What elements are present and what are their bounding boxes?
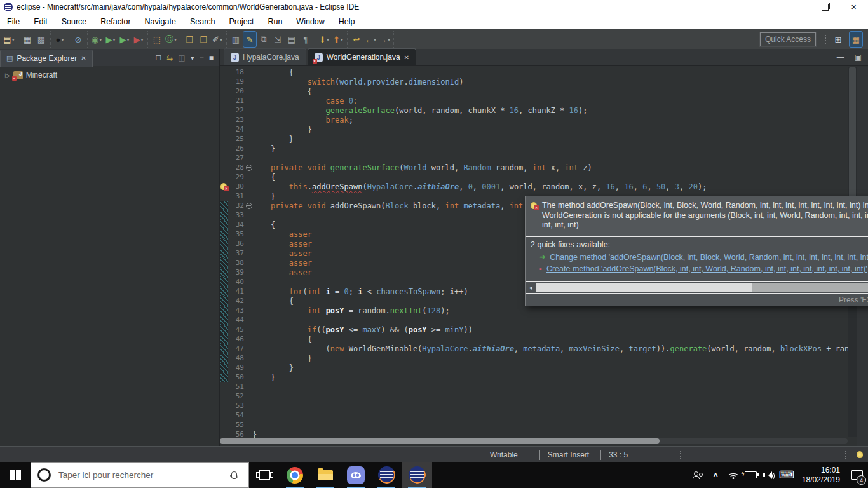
code-line[interactable]: 22 generateSurface(world, random, chunkX… (220, 105, 848, 115)
code-line[interactable]: 47 (new WorldGenMinable(HypalaCore.aithi… (220, 344, 848, 353)
save-button[interactable]: ▦ (21, 32, 34, 47)
dropdown-arrow-icon[interactable]: ▾ (174, 37, 177, 43)
next-annotation-button[interactable]: ⬇▾ (318, 32, 330, 47)
menu-help[interactable]: Help (332, 17, 362, 26)
code-line[interactable]: 25 } (220, 134, 848, 144)
collapse-icon[interactable] (246, 203, 252, 209)
code-line[interactable]: 44 (220, 315, 848, 325)
error-annotation[interactable] (220, 182, 228, 191)
code-line[interactable]: 24 } (220, 125, 848, 134)
previous-annotation-button[interactable]: ⬆▾ (332, 32, 344, 47)
code-line[interactable]: 50 } (220, 372, 848, 382)
forward-button[interactable]: →▾ (378, 32, 391, 47)
link-with-editor-button[interactable]: ⇆ (166, 53, 173, 62)
code-line[interactable]: 27 (220, 153, 848, 163)
close-icon[interactable]: ✕ (81, 55, 86, 62)
maximize-editor-button[interactable]: ▣ (855, 53, 862, 62)
last-edit-location-button[interactable]: ↩ (350, 32, 363, 47)
maximize-view-button[interactable]: ■ (209, 53, 214, 62)
code-line[interactable]: 21 case 0: (220, 96, 848, 105)
wifi-icon[interactable] (724, 462, 742, 488)
code-line[interactable]: 29 { (220, 172, 848, 182)
notification-bulb-icon[interactable] (857, 451, 863, 458)
dropdown-arrow-icon[interactable]: ▾ (388, 37, 390, 43)
tree-item-minecraft[interactable]: ▷Minecraft (0, 69, 57, 81)
code-line[interactable]: 20 { (220, 86, 848, 96)
restore-button[interactable] (811, 0, 839, 14)
code-line[interactable]: 53 (220, 401, 848, 410)
discord-icon[interactable] (341, 462, 371, 488)
dropdown-arrow-icon[interactable]: ▾ (112, 37, 115, 43)
quick-access-box[interactable]: Quick Access (760, 32, 816, 46)
task-view-button[interactable] (249, 462, 280, 488)
code-line[interactable]: 26 } (220, 144, 848, 153)
action-center-button[interactable]: 4 (846, 462, 868, 488)
minimize-view-button[interactable]: − (200, 53, 204, 62)
people-icon[interactable] (689, 462, 707, 488)
external-tools-button[interactable]: ✐▾ (211, 32, 224, 47)
user-profile-button[interactable]: ●▾ (53, 32, 66, 47)
view-menu-button[interactable]: ▾ (191, 53, 194, 62)
run-button[interactable]: ▶▾ (104, 32, 117, 47)
code-line[interactable]: 23 break; (220, 115, 848, 125)
dropdown-arrow-icon[interactable]: ▾ (220, 37, 222, 43)
dropdown-arrow-icon[interactable]: ▾ (374, 37, 376, 43)
dropdown-arrow-icon[interactable]: ▾ (12, 37, 15, 43)
code-line[interactable]: 18 { (220, 67, 848, 77)
quick-fix-item[interactable]: ➜Change method 'addOreSpawn(Block, int, … (539, 253, 868, 262)
quick-fix-item[interactable]: ▪Create method 'addOreSpawn(Block, int, … (539, 264, 868, 273)
mark-occurrences-button[interactable]: ▥ (229, 32, 242, 47)
dropdown-arrow-icon[interactable]: ▾ (327, 37, 329, 43)
menu-window[interactable]: Window (289, 17, 331, 26)
dropdown-arrow-icon[interactable]: ▾ (126, 37, 129, 43)
collapse-icon[interactable] (246, 165, 252, 171)
highlight-button[interactable]: ✎ (243, 32, 256, 47)
scrollbar-thumb[interactable] (536, 283, 752, 292)
open-type-button[interactable]: ❒ (183, 32, 196, 47)
quick-fix-link[interactable]: Change method 'addOreSpawn(Block, int, B… (550, 253, 868, 262)
code-line[interactable]: 45 if((posY <= maxY) && (posY >= minY)) (220, 325, 848, 334)
chrome-icon[interactable] (280, 462, 310, 488)
menu-source[interactable]: Source (55, 17, 94, 26)
scrollbar-thumb[interactable] (220, 438, 660, 444)
show-whitespace-button[interactable]: ¶ (299, 32, 312, 47)
open-perspective-button[interactable]: ⊞ (832, 32, 844, 47)
new-class-button[interactable]: Ⓒ▾ (165, 32, 177, 47)
code-line[interactable]: 55 (220, 420, 848, 430)
error-bulb-icon[interactable] (220, 183, 227, 190)
code-line[interactable]: 49 } (220, 363, 848, 372)
new-wizard-button[interactable]: ▤▾ (3, 32, 15, 47)
run-last-button[interactable]: ▶▾ (118, 32, 131, 47)
battery-icon[interactable]: ϟ (742, 462, 760, 488)
editor-horizontal-scrollbar[interactable] (220, 438, 848, 444)
menu-search[interactable]: Search (183, 17, 222, 26)
close-button[interactable]: ✕ (839, 0, 868, 14)
save-all-button[interactable]: ▩ (35, 32, 48, 47)
code-line[interactable]: 48 } (220, 353, 848, 363)
editor-tab-worldgeneration-java[interactable]: JWorldGeneration.java✕ (308, 48, 416, 65)
eclipse-icon-2[interactable] (402, 462, 432, 488)
taskbar-clock[interactable]: 16:01 18/02/2019 (796, 466, 846, 485)
start-button[interactable] (0, 462, 31, 488)
microphone-icon[interactable] (231, 471, 237, 479)
import-button[interactable]: ❐ (197, 32, 210, 47)
close-icon[interactable]: ✕ (404, 54, 409, 61)
dropdown-arrow-icon[interactable]: ▾ (341, 37, 343, 43)
code-line[interactable]: 51 (220, 382, 848, 391)
taskbar-search[interactable]: Taper ici pour rechercher (31, 462, 249, 488)
scroll-left-icon[interactable]: ◂ (526, 284, 536, 291)
code-line[interactable]: 28 private void generateSurface(World wo… (220, 163, 848, 172)
code-line[interactable]: 54 (220, 410, 848, 420)
file-explorer-icon[interactable] (310, 462, 341, 488)
dropdown-arrow-icon[interactable]: ▾ (140, 37, 143, 43)
scrollbar-track[interactable] (536, 283, 868, 292)
minimize-button[interactable]: — (782, 0, 811, 14)
code-line[interactable]: 30 this.addOreSpawn(HypalaCore.aithiaOre… (220, 182, 848, 191)
code-line[interactable]: 43 int posY = random.nextInt(128); (220, 306, 848, 315)
show-source-button[interactable]: ▤ (285, 32, 298, 47)
back-button[interactable]: ←▾ (364, 32, 377, 47)
menu-navigate[interactable]: Navigate (138, 17, 183, 26)
menu-run[interactable]: Run (261, 17, 289, 26)
expand-arrow-icon[interactable]: ▷ (5, 72, 10, 79)
hidden-icons-chevron[interactable]: ∧ (707, 462, 724, 488)
